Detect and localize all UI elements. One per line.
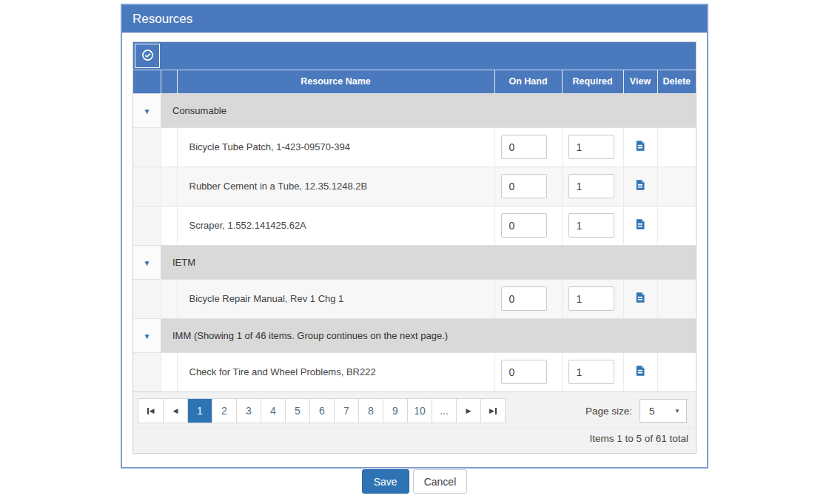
group-row-consumable: ▼ Consumable <box>133 93 696 127</box>
required-input[interactable] <box>568 360 614 384</box>
resources-panel: Resources <box>121 4 708 468</box>
resources-table: Resource Name On Hand Required View Dele… <box>133 70 696 392</box>
required-input[interactable] <box>568 213 614 238</box>
pager-page-button[interactable]: 10 <box>407 399 432 423</box>
resource-name: Scraper, 1.552.141425.62A <box>177 206 494 245</box>
header-row: Resource Name On Hand Required View Dele… <box>133 70 696 93</box>
delete-cell <box>657 127 696 167</box>
page-size-control: Page size: 5 ▼ <box>585 399 687 423</box>
pager-page-button[interactable]: 2 <box>212 399 236 423</box>
resource-name: Check for Tire and Wheel Problems, BR222 <box>177 352 494 392</box>
header-indent-spacer <box>161 70 177 93</box>
delete-cell <box>657 206 696 245</box>
col-header-resource-name: Resource Name <box>177 70 494 93</box>
view-document-icon[interactable] <box>634 179 646 191</box>
items-summary: Items 1 to 5 of 61 total <box>133 428 696 453</box>
view-document-icon[interactable] <box>634 218 646 230</box>
pager-next-icon: ▶ <box>466 408 471 414</box>
on-hand-input[interactable] <box>501 360 547 384</box>
table-row: Bicycle Tube Patch, 1-423-09570-394 <box>133 127 696 167</box>
resource-name: Bicycle Tube Patch, 1-423-09570-394 <box>177 127 494 167</box>
table-row: Check for Tire and Wheel Problems, BR222 <box>133 352 696 392</box>
group-row-ietm: ▼ IETM <box>133 245 696 279</box>
grid-toolbar <box>133 42 696 70</box>
resources-grid: Resource Name On Hand Required View Dele… <box>132 41 697 454</box>
view-document-icon[interactable] <box>634 292 646 303</box>
delete-cell <box>657 167 696 206</box>
view-document-icon[interactable] <box>634 365 646 377</box>
on-hand-input[interactable] <box>501 135 547 159</box>
on-hand-input[interactable] <box>501 286 547 311</box>
collapse-group-icon[interactable]: ▼ <box>144 259 151 267</box>
group-expand-cell: ▼ <box>133 93 161 127</box>
on-hand-input[interactable] <box>501 213 547 238</box>
grid-footer: ◀ ◀ 1 2 3 4 5 6 7 8 9 10 ... <box>133 392 696 453</box>
page-size-label: Page size: <box>585 406 632 417</box>
pager: ◀ ◀ 1 2 3 4 5 6 7 8 9 10 ... <box>138 398 506 423</box>
col-header-view: View <box>623 70 657 93</box>
pager-first-button[interactable]: ◀ <box>138 399 163 423</box>
pager-page-button[interactable]: 9 <box>383 399 407 423</box>
header-expand-spacer <box>133 70 161 93</box>
group-label: IMM (Showing 1 of 46 items. Group contin… <box>161 318 696 352</box>
pager-next-button[interactable]: ▶ <box>456 399 480 423</box>
caret-down-icon: ▼ <box>674 408 680 414</box>
resource-name: Bicycle Repair Manual, Rev 1 Chg 1 <box>177 279 494 318</box>
collapse-all-button[interactable] <box>135 44 160 68</box>
pager-prev-icon: ◀ <box>173 408 178 414</box>
group-expand-cell: ▼ <box>133 318 161 352</box>
group-row-imm: ▼ IMM (Showing 1 of 46 items. Group cont… <box>133 318 696 352</box>
table-row: Bicycle Repair Manual, Rev 1 Chg 1 <box>133 279 696 318</box>
pager-page-button[interactable]: 7 <box>334 399 358 423</box>
delete-cell <box>657 279 696 318</box>
required-input[interactable] <box>568 174 614 198</box>
pager-ellipsis-button[interactable]: ... <box>432 399 456 423</box>
col-header-delete: Delete <box>657 70 696 93</box>
panel-title: Resources <box>122 5 707 33</box>
cancel-button[interactable]: Cancel <box>413 469 468 494</box>
group-label: Consumable <box>161 93 696 127</box>
resource-name: Rubber Cement in a Tube, 12.35.1248.2B <box>177 167 494 206</box>
col-header-required: Required <box>562 70 623 93</box>
pager-page-button[interactable]: 4 <box>261 399 285 423</box>
table-row: Rubber Cement in a Tube, 12.35.1248.2B <box>133 167 696 206</box>
pager-row: ◀ ◀ 1 2 3 4 5 6 7 8 9 10 ... <box>133 392 696 428</box>
required-input[interactable] <box>568 286 614 311</box>
circle-check-icon <box>141 49 154 64</box>
pager-last-button[interactable]: ▶ <box>480 399 505 423</box>
on-hand-input[interactable] <box>501 174 547 198</box>
collapse-group-icon[interactable]: ▼ <box>144 107 151 115</box>
page-size-value: 5 <box>649 406 655 417</box>
pager-first-icon <box>147 408 149 414</box>
col-header-on-hand: On Hand <box>494 70 562 93</box>
required-input[interactable] <box>568 135 614 159</box>
pager-page-button[interactable]: 8 <box>358 399 383 423</box>
page: Resources <box>0 0 829 504</box>
table-row: Scraper, 1.552.141425.62A <box>133 206 696 245</box>
action-buttons: Save Cancel <box>0 469 829 494</box>
save-button[interactable]: Save <box>362 469 409 494</box>
collapse-group-icon[interactable]: ▼ <box>144 332 151 340</box>
group-expand-cell: ▼ <box>133 245 161 279</box>
delete-cell <box>657 352 696 392</box>
pager-prev-button[interactable]: ◀ <box>163 399 187 423</box>
page-size-select[interactable]: 5 ▼ <box>640 399 687 423</box>
pager-page-button[interactable]: 6 <box>309 399 334 423</box>
view-document-icon[interactable] <box>634 140 646 152</box>
panel-body: Resource Name On Hand Required View Dele… <box>122 33 707 467</box>
pager-page-button[interactable]: 3 <box>236 399 261 423</box>
group-label: IETM <box>161 245 696 279</box>
pager-page-button-current[interactable]: 1 <box>187 399 212 423</box>
pager-last-icon: ▶ <box>489 408 494 414</box>
pager-page-button[interactable]: 5 <box>285 399 309 423</box>
